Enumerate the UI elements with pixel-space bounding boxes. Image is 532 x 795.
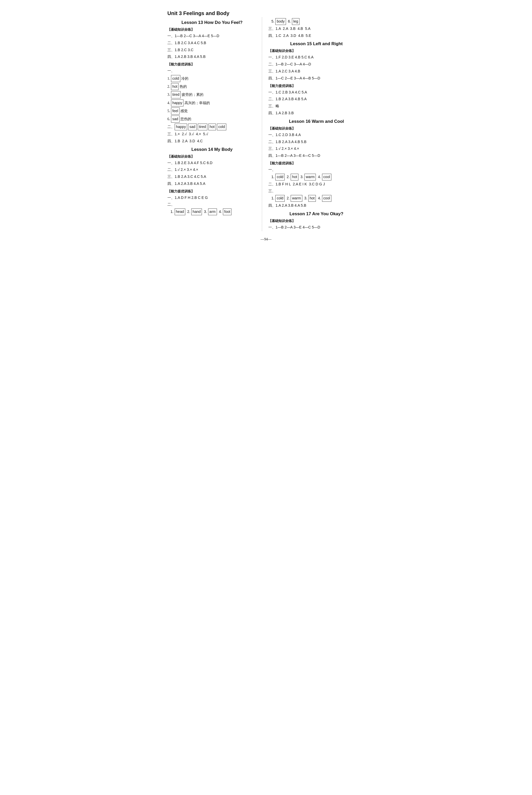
l14-neng-yi: 一、1.A D F H 2.B C E G bbox=[167, 195, 256, 201]
l13-vocab-1: 1. cold 冷的 bbox=[167, 75, 256, 82]
l15-neng-er: 二、1.B 2.A 3.B 4.B 5.A bbox=[268, 96, 365, 102]
l16-neng-si: 四、1.A 2.A 3.B 4.A 5.B bbox=[268, 203, 365, 209]
l16-jichu-4: 四、1—B 2—A 3—E 4—C 5—D bbox=[268, 153, 365, 159]
lesson17-jichu-tag: 【基础知识全练】 bbox=[268, 219, 365, 223]
l17-jichu-yi: 一、1—B 2—A 3—E 4—C 5—D bbox=[268, 224, 365, 230]
l15-jichu-3: 三、1.A 2.C 3.A 4.B bbox=[268, 68, 365, 75]
l14-neng-er-label: 二、 bbox=[167, 202, 256, 208]
l14-right-si: 四、1.C 2.A 3.D 4.B 5.E bbox=[268, 33, 365, 39]
lesson14-right-block: 5. body 6. leg 三、1.A 2.A 3.B 4.B 5.A 四、1… bbox=[268, 18, 365, 39]
lesson13-jichu-tag: 【基础知识全练】 bbox=[167, 27, 256, 32]
l13-vocab-5: 5. feel 感觉 bbox=[167, 108, 256, 114]
lesson14-block: Lesson 14 My Body 【基础知识全练】 一、1.B 2.E 3.A… bbox=[167, 147, 256, 216]
lesson15-jichu-tag: 【基础知识全练】 bbox=[268, 49, 365, 53]
l13-neng-yi-label: 一、 bbox=[167, 68, 256, 74]
l14-neng-er-vocab: 1. head 2. hand 3. arm 4. foot bbox=[171, 208, 256, 215]
l15-neng-si: 四、1.A 2.B 3.B bbox=[268, 110, 365, 116]
l16-jichu-2: 二、1.B 2.A 3.A 4.B 5.B bbox=[268, 139, 365, 145]
lesson14-title: Lesson 14 My Body bbox=[167, 147, 256, 152]
l13-jichu-4: 四、1.A 2.B 3.B 4.A 5.B bbox=[167, 54, 256, 60]
unit-title: Unit 3 Feelings and Body bbox=[167, 11, 365, 16]
lesson17-block: Lesson 17 Are You Okay? 【基础知识全练】 一、1—B 2… bbox=[268, 211, 365, 230]
l14-jichu-4: 四、1.A 2.A 3.B 4.A 5.A bbox=[167, 181, 256, 187]
lesson13-neng-tag: 【能力提优训练】 bbox=[167, 62, 256, 67]
lesson15-neng-tag: 【能力提优训练】 bbox=[268, 84, 365, 88]
l14-right-56: 5. body 6. leg bbox=[271, 18, 365, 25]
lesson17-title: Lesson 17 Are You Okay? bbox=[268, 211, 365, 217]
l16-jichu-1: 一、1.C 2.D 3.B 4.A bbox=[268, 132, 365, 138]
lesson13-title: Lesson 13 How Do You Feel? bbox=[167, 20, 256, 25]
l15-neng-yi: 一、1.C 2.B 3.A 4.C 5.A bbox=[268, 89, 365, 95]
lesson16-block: Lesson 16 Warm and Cool 【基础知识全练】 一、1.C 2… bbox=[268, 119, 365, 209]
l13-vocab-2: 2. hot 热的 bbox=[167, 83, 256, 90]
l15-jichu-1: 一、1.F 2.D 3.E 4.B 5.C 6.A bbox=[268, 54, 365, 60]
l15-jichu-2: 二、1—B 2—C 3—A 4—D bbox=[268, 61, 365, 68]
l16-neng-er: 二、1.B F H L 2.A E I K 3.C D G J bbox=[268, 181, 365, 187]
l15-jichu-4: 四、1—C 2—E 3—A 4—B 5—D bbox=[268, 75, 365, 81]
l13-jichu-2: 二、1.B 2.C 3.A 4.C 5.B bbox=[167, 40, 256, 46]
lesson15-block: Lesson 15 Left and Right 【基础知识全练】 一、1.F … bbox=[268, 41, 365, 116]
l14-jichu-3: 三、1.B 2.A 3.C 4.C 5.A bbox=[167, 174, 256, 180]
lesson13-block: Lesson 13 How Do You Feel? 【基础知识全练】 一、1—… bbox=[167, 20, 256, 144]
lesson14-neng-tag: 【能力提优训练】 bbox=[167, 189, 256, 194]
lesson16-jichu-tag: 【基础知识全练】 bbox=[268, 126, 365, 131]
l16-neng-yi-vocab: 1. cold 2. hot 3. warm 4. cool bbox=[271, 174, 365, 181]
l13-vocab-6: 6. sad 悲伤的 bbox=[167, 115, 256, 123]
lesson16-neng-tag: 【能力提优训练】 bbox=[268, 161, 365, 166]
l13-neng-san: 三、1.× 2.√ 3.√ 4.× 5.√ bbox=[167, 131, 256, 137]
right-column: 5. body 6. leg 三、1.A 2.A 3.B 4.B 5.A 四、1… bbox=[262, 17, 365, 231]
l13-neng-si: 四、1.B 2.A 3.D 4.C bbox=[167, 138, 256, 144]
lesson16-title: Lesson 16 Warm and Cool bbox=[268, 119, 365, 124]
l13-jichu-1: 一、1—B 2—C 3—A 4—E 5—D bbox=[167, 33, 256, 39]
page-number: —94— bbox=[167, 237, 365, 241]
lesson14-jichu-tag: 【基础知识全练】 bbox=[167, 154, 256, 159]
l13-vocab-4: 4. happy 高兴的；幸福的 bbox=[167, 99, 256, 107]
l16-neng-yi-label: 一、 bbox=[268, 167, 365, 173]
l16-neng-san-label: 三、 bbox=[268, 188, 365, 194]
l14-jichu-1: 一、1.B 2.E 3.A 4.F 5.C 6.D bbox=[167, 160, 256, 166]
l13-neng-er: 二、happy sad tired hot cold bbox=[167, 124, 256, 130]
l13-jichu-3: 三、1.B 2.C 3.C bbox=[167, 47, 256, 53]
page-wrapper: Unit 3 Feelings and Body Lesson 13 How D… bbox=[167, 11, 365, 241]
l14-right-san: 三、1.A 2.A 3.B 4.B 5.A bbox=[268, 26, 365, 32]
l14-jichu-2: 二、1.√ 2.× 3.× 4.× bbox=[167, 167, 256, 173]
l16-neng-san-vocab: 1. cold 2. warm 3. hot 4. cool bbox=[271, 195, 365, 202]
l16-jichu-3: 三、1.√ 2.× 3.× 4.× bbox=[268, 146, 365, 152]
lesson15-title: Lesson 15 Left and Right bbox=[268, 41, 365, 47]
left-column: Lesson 13 How Do You Feel? 【基础知识全练】 一、1—… bbox=[167, 17, 262, 231]
l15-neng-san: 三、略 bbox=[268, 103, 365, 109]
l13-vocab-3: 3. tired 疲劳的；累的 bbox=[167, 91, 256, 98]
